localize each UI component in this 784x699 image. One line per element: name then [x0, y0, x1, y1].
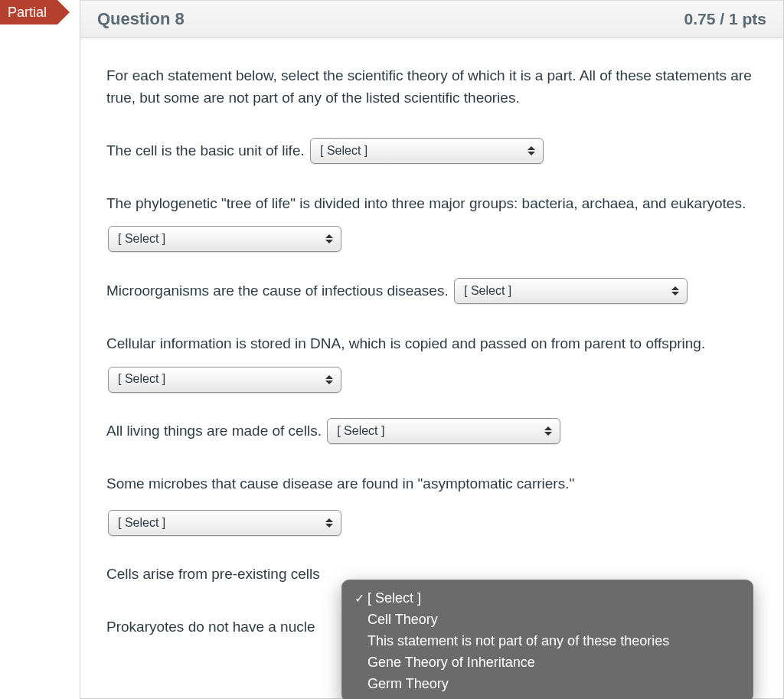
statement-text: The phylogenetic "tree of life" is divid… — [106, 195, 671, 211]
theory-select[interactable]: [ Select ] — [327, 418, 560, 444]
theory-select[interactable]: [ Select ] — [108, 367, 341, 393]
select-caret-icon — [528, 146, 535, 155]
statement-row: Microorganisms are the cause of infectio… — [106, 273, 757, 309]
statement-text: Cells arise from pre-existing cells — [106, 567, 320, 583]
menu-option[interactable]: Germ Theory — [341, 673, 753, 694]
select-value: [ Select ] — [118, 224, 165, 253]
select-value: [ Select ] — [118, 364, 165, 394]
select-caret-icon — [671, 286, 679, 296]
select-caret-icon — [325, 518, 333, 528]
menu-option-label: Germ Theory — [368, 676, 449, 692]
theory-select[interactable]: [ Select ] — [108, 226, 341, 252]
menu-option[interactable]: This statement is not part of any of the… — [341, 630, 753, 652]
theory-select-menu[interactable]: ✓ [ Select ] Cell Theory This statement … — [341, 580, 753, 699]
grade-ribbon: Partial — [0, 0, 70, 24]
statement-row: Cellular information is stored in DNA, w… — [106, 325, 757, 396]
theory-select[interactable]: [ Select ] — [454, 278, 688, 304]
statement-text: Microorganisms are the cause of infectio… — [106, 283, 449, 299]
statement-text: All living things are made of cells. — [106, 423, 322, 439]
check-icon: ✓ — [351, 591, 368, 606]
statement-row: [ Select ] — [106, 505, 757, 540]
menu-option[interactable]: Gene Theory of Inheritance — [341, 652, 753, 673]
grade-ribbon-label: Partial — [0, 0, 57, 24]
question-prompt: For each statement below, select the sci… — [106, 64, 757, 109]
theory-select[interactable]: [ Select ] — [108, 510, 341, 536]
menu-option[interactable]: Cell Theory — [341, 609, 753, 630]
menu-option-label: This statement is not part of any of the… — [368, 633, 669, 649]
select-value: [ Select ] — [464, 276, 511, 305]
question-points: 0.75 / 1 pts — [684, 10, 766, 28]
menu-option-label: [ Select ] — [368, 590, 421, 606]
question-title: Question 8 — [97, 9, 185, 29]
statement-text: Prokaryotes do not have a nucle — [106, 619, 315, 635]
statement-text: The cell is the basic unit of life. — [106, 142, 305, 158]
menu-option[interactable]: ✓ [ Select ] — [341, 587, 753, 609]
statement-row: Some microbes that cause disease are fou… — [106, 465, 757, 501]
select-caret-icon — [325, 234, 333, 243]
menu-option-label: Gene Theory of Inheritance — [368, 655, 535, 671]
statement-row: The phylogenetic "tree of life" is divid… — [106, 185, 757, 256]
statement-text: offspring. — [645, 335, 705, 351]
statement-text: Cellular information is stored in DNA, w… — [106, 335, 645, 351]
theory-select[interactable]: [ Select ] — [310, 138, 544, 164]
statement-text: eukaryotes. — [671, 195, 746, 211]
ribbon-arrow-icon — [57, 0, 70, 24]
statement-row: The cell is the basic unit of life. [ Se… — [106, 132, 757, 168]
select-caret-icon — [325, 375, 333, 384]
menu-option-label: Cell Theory — [368, 612, 438, 628]
quiz-question-page: Partial Question 8 0.75 / 1 pts For each… — [0, 0, 784, 699]
statement-text: Some microbes that cause disease are fou… — [106, 475, 574, 492]
select-value: [ Select ] — [320, 136, 368, 165]
select-caret-icon — [544, 426, 552, 436]
select-value: [ Select ] — [118, 508, 165, 537]
select-value: [ Select ] — [337, 416, 384, 446]
statement-row: All living things are made of cells. [ S… — [106, 413, 757, 449]
question-header: Question 8 0.75 / 1 pts — [80, 0, 784, 38]
